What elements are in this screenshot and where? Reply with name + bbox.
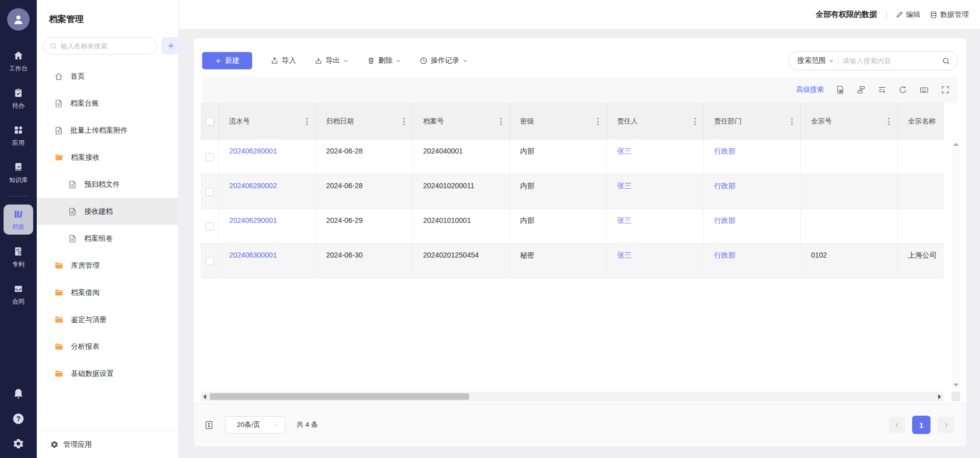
horizontal-scrollbar[interactable] — [201, 392, 944, 401]
cell-fondsno — [801, 140, 898, 174]
menu-item-archive-receive[interactable]: 档案接收 — [37, 144, 178, 171]
column-header-serial[interactable]: 流水号 — [219, 103, 316, 140]
preview-file-icon[interactable] — [836, 85, 845, 94]
table-row[interactable]: 202406290001 2024-06-29 202401010001 内部 … — [201, 209, 944, 244]
menu-item-appraisal[interactable]: 鉴定与清册 — [37, 306, 178, 333]
cell-dept-link[interactable]: 行政部 — [714, 251, 736, 260]
data-manage-button[interactable]: 数据管理 — [929, 10, 969, 19]
table-search-input[interactable] — [843, 57, 938, 65]
rail-item-patent[interactable]: 专利 — [4, 242, 33, 272]
cell-serial-link[interactable]: 202406300001 — [229, 251, 277, 259]
data-scope-label[interactable]: 全部有权限的数据 — [816, 10, 877, 19]
menu-item-prearchive-files[interactable]: 预归档文件 — [37, 171, 178, 198]
column-menu-icon[interactable] — [402, 116, 406, 126]
column-header-dept[interactable]: 责任部门 — [704, 103, 801, 140]
row-checkbox[interactable] — [206, 188, 214, 196]
help-icon[interactable]: ? — [12, 412, 25, 425]
row-checkbox[interactable] — [206, 222, 214, 231]
table-row[interactable]: 202406280002 2024-06-28 2024010200011 内部… — [201, 174, 944, 209]
cell-serial-link[interactable]: 202406290001 — [229, 216, 277, 224]
sidebar-search[interactable] — [43, 37, 157, 55]
svg-text:?: ? — [16, 415, 21, 423]
rail-item-knowledge[interactable]: AI 知识库 — [4, 158, 33, 188]
column-menu-icon[interactable] — [305, 116, 309, 126]
table-row[interactable]: 202406280001 2024-06-28 2024040001 内部 张三… — [201, 140, 944, 174]
column-menu-icon[interactable] — [693, 116, 697, 126]
cell-serial-link[interactable]: 202406280001 — [229, 147, 277, 155]
menu-item-reports[interactable]: 分析报表 — [37, 333, 178, 360]
menu-item-warehouse[interactable]: 库房管理 — [37, 252, 178, 279]
fullscreen-icon[interactable] — [941, 85, 950, 94]
import-button[interactable]: 导入 — [271, 56, 296, 65]
rail-item-workbench[interactable]: 工作台 — [4, 46, 33, 76]
column-header-person[interactable]: 责任人 — [607, 103, 704, 140]
layout-board-icon[interactable] — [856, 85, 866, 94]
list-collapse-icon[interactable] — [877, 85, 887, 94]
search-icon[interactable] — [942, 57, 950, 65]
cell-dept-link[interactable]: 行政部 — [714, 182, 736, 191]
add-button[interactable] — [161, 37, 181, 55]
settings-gear-icon[interactable] — [12, 438, 24, 450]
page-size-select[interactable]: 20条/页 — [225, 416, 285, 434]
scroll-down-arrow[interactable] — [951, 380, 960, 389]
menu-item-receive-filing[interactable]: 接收建档 — [37, 198, 178, 225]
advanced-search-link[interactable]: 高级搜索 — [796, 85, 824, 94]
cell-serial-link[interactable]: 202406280002 — [229, 182, 277, 190]
document-icon — [54, 99, 63, 108]
row-checkbox[interactable] — [206, 153, 214, 161]
refresh-icon[interactable] — [898, 85, 908, 94]
new-button[interactable]: 新建 — [202, 52, 252, 69]
vertical-scrollbar[interactable] — [951, 140, 960, 389]
operation-record-button[interactable]: 操作记录 — [420, 56, 468, 65]
rail-item-archives[interactable]: 档案 — [4, 205, 33, 235]
expand-rows-icon[interactable] — [204, 420, 214, 430]
menu-item-ledger[interactable]: 档案台账 — [37, 90, 178, 117]
menu-item-archive-grouping[interactable]: 档案组卷 — [37, 225, 178, 252]
manage-apps-button[interactable]: 管理应用 — [37, 430, 178, 458]
chevron-down-icon — [828, 58, 834, 64]
menu-item-borrowing[interactable]: 档案借阅 — [37, 279, 178, 306]
page-number-button[interactable]: 1 — [912, 416, 930, 434]
rail-item-contract[interactable]: 合同 — [4, 279, 33, 309]
prev-page-button[interactable] — [889, 417, 905, 433]
next-page-button[interactable] — [938, 417, 954, 433]
edit-button[interactable]: 编辑 — [896, 10, 920, 19]
column-menu-icon[interactable] — [887, 116, 891, 126]
select-all-checkbox[interactable] — [206, 117, 214, 125]
rail-item-label: 应用 — [12, 139, 24, 147]
search-scope-select[interactable]: 搜索范围 — [797, 56, 834, 65]
cell-person-link[interactable]: 张三 — [617, 216, 631, 225]
rail-item-apps[interactable]: 应用 — [4, 120, 33, 150]
cell-person-link[interactable]: 张三 — [617, 147, 631, 156]
horizontal-scroll-thumb[interactable] — [210, 393, 469, 400]
menu-item-base-settings[interactable]: 基础数据设置 — [37, 360, 178, 387]
scroll-up-arrow[interactable] — [951, 140, 960, 148]
scroll-left-arrow[interactable] — [201, 392, 209, 401]
rail-item-todo[interactable]: 待办 — [4, 83, 33, 113]
table-row[interactable]: 202406300001 2024-06-30 20240201250454 秘… — [201, 244, 944, 278]
column-header-fileno[interactable]: 档案号 — [413, 103, 510, 140]
column-header-fondsname[interactable]: 全宗名称 — [898, 103, 944, 140]
column-header-level[interactable]: 密级 — [510, 103, 607, 140]
cell-dept-link[interactable]: 行政部 — [714, 216, 736, 225]
avatar[interactable] — [7, 8, 30, 31]
column-header-date[interactable]: 归档日期 — [316, 103, 413, 140]
cell-level: 秘密 — [510, 244, 607, 278]
column-header-fondsno[interactable]: 全宗号 — [801, 103, 898, 140]
sidebar-search-input[interactable] — [61, 42, 151, 50]
contract-icon — [13, 283, 23, 295]
scroll-right-arrow[interactable] — [936, 392, 944, 401]
cell-person-link[interactable]: 张三 — [617, 182, 631, 191]
export-button[interactable]: 导出 — [314, 56, 349, 65]
cell-person-link[interactable]: 张三 — [617, 251, 631, 260]
notifications-bell-icon[interactable] — [12, 388, 24, 400]
row-checkbox[interactable] — [206, 257, 214, 265]
column-menu-icon[interactable] — [499, 116, 503, 126]
delete-button[interactable]: 删除 — [367, 56, 401, 65]
column-menu-icon[interactable] — [790, 116, 794, 126]
cell-dept-link[interactable]: 行政部 — [714, 147, 736, 156]
column-menu-icon[interactable] — [596, 116, 600, 126]
menu-item-home[interactable]: 首页 — [37, 63, 178, 90]
keyboard-icon[interactable] — [919, 85, 929, 94]
menu-item-batch-upload[interactable]: 批量上传档案附件 — [37, 117, 178, 144]
